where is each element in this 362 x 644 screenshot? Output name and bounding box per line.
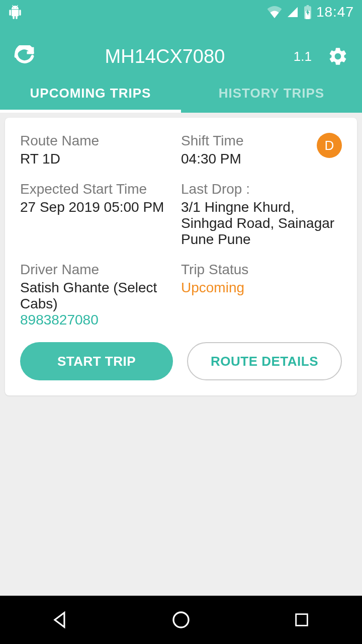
col-shift: Shift Time 04:30 PM D [181, 133, 342, 167]
settings-button[interactable] [326, 44, 350, 68]
recent-icon [293, 611, 310, 628]
row-driver-status: Driver Name Satish Ghante (Select Cabs) … [20, 262, 342, 328]
route-details-button[interactable]: ROUTE DETAILS [187, 342, 342, 380]
col-expected-start: Expected Start Time 27 Sep 2019 05:00 PM [20, 181, 181, 248]
expected-start-value: 27 Sep 2019 05:00 PM [20, 199, 181, 215]
col-trip-status: Trip Status Upcoming [181, 262, 342, 328]
nav-back-button[interactable] [46, 606, 74, 634]
row-start-drop: Expected Start Time 27 Sep 2019 05:00 PM… [20, 181, 342, 248]
home-icon [171, 610, 191, 630]
android-icon [8, 5, 22, 19]
system-nav-bar [0, 596, 362, 644]
driver-name-label: Driver Name [20, 262, 181, 278]
refresh-icon [13, 45, 35, 67]
status-left [8, 5, 22, 19]
trip-type-badge: D [317, 133, 342, 158]
wifi-icon [267, 6, 282, 18]
row-route-shift: Route Name RT 1D Shift Time 04:30 PM D [20, 133, 342, 167]
status-right: 18:47 [267, 4, 354, 20]
last-drop-label: Last Drop : [181, 181, 342, 197]
driver-name-value: Satish Ghante (Select Cabs) [20, 280, 181, 312]
nav-recent-button[interactable] [288, 606, 316, 634]
trip-card: Route Name RT 1D Shift Time 04:30 PM D E… [5, 118, 357, 395]
card-buttons: START TRIP ROUTE DETAILS [20, 342, 342, 380]
start-trip-button[interactable]: START TRIP [20, 342, 173, 380]
status-time: 18:47 [316, 4, 354, 20]
nav-home-button[interactable] [167, 606, 195, 634]
status-bar: 18:47 [0, 0, 362, 24]
driver-phone[interactable]: 8983827080 [20, 312, 181, 328]
route-name-value: RT 1D [20, 151, 181, 167]
content-area: Route Name RT 1D Shift Time 04:30 PM D E… [0, 113, 362, 596]
gear-icon [327, 46, 348, 67]
tabs: UPCOMING TRIPS HISTORY TRIPS [0, 76, 362, 113]
shift-time-value: 04:30 PM [181, 151, 342, 167]
col-route: Route Name RT 1D [20, 133, 181, 167]
last-drop-value: 3/1 Hingne Khurd, Sinhgad Road, Sainagar… [181, 199, 342, 248]
svg-point-1 [173, 612, 189, 627]
tab-history[interactable]: HISTORY TRIPS [181, 76, 362, 113]
trip-status-value: Upcoming [181, 280, 342, 296]
battery-icon [303, 5, 312, 19]
app-bar: MH14CX7080 1.1 [0, 24, 362, 76]
app-title: MH14CX7080 [36, 46, 294, 67]
signal-icon [286, 6, 299, 18]
trip-status-label: Trip Status [181, 262, 342, 278]
refresh-button[interactable] [12, 44, 36, 68]
tab-upcoming[interactable]: UPCOMING TRIPS [0, 76, 181, 113]
app-version: 1.1 [294, 49, 312, 64]
col-last-drop: Last Drop : 3/1 Hingne Khurd, Sinhgad Ro… [181, 181, 342, 248]
col-driver: Driver Name Satish Ghante (Select Cabs) … [20, 262, 181, 328]
route-name-label: Route Name [20, 133, 181, 149]
svg-rect-2 [296, 614, 308, 626]
app-bar-top: MH14CX7080 1.1 [12, 36, 350, 76]
back-icon [51, 610, 70, 629]
expected-start-label: Expected Start Time [20, 181, 181, 197]
